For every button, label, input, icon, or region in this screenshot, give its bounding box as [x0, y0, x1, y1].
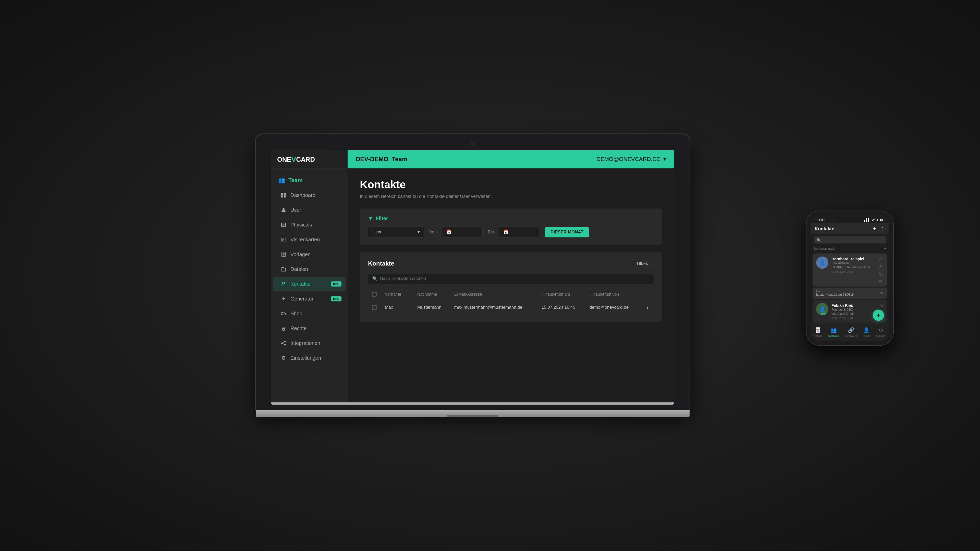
sidebar-item-label-physicals: Physicals [290, 222, 312, 228]
edit-icon[interactable]: ✎ [880, 291, 883, 295]
header-user[interactable]: DEMO@ONEVCARD.DE ▾ [588, 156, 674, 162]
laptop-hinge [271, 402, 674, 405]
page-subtitle: In diesem Bereich kannst du die Kontakte… [360, 194, 662, 199]
physicals-icon [280, 221, 287, 228]
phone-icon[interactable]: 📞 [878, 272, 883, 276]
contacts-table: Vorname ↑ Nachname E-Mail-Adresse [368, 289, 654, 315]
phone-more-icon[interactable]: ⋮ [880, 226, 885, 232]
main-content: Kontakte In diesem Bereich kannst du die… [348, 168, 674, 402]
col-email-label: E-Mail-Adresse [454, 292, 482, 297]
phone-note-label-1: Notiz: [816, 290, 855, 293]
phone-sort-bar: Sortieren nach ▾ [811, 246, 889, 252]
sidebar-item-label-generator: Generator [290, 296, 313, 302]
sidebar-item-label-user: User [290, 207, 301, 213]
sidebar-item-dashboard[interactable]: Dashboard [273, 188, 345, 202]
sort-icon: ↑ [404, 292, 405, 297]
phone-contact-info-2: Fabian Ripp Founder & CEO oneVcard GmbH … [832, 303, 877, 320]
sidebar-item-dateien[interactable]: Dateien [273, 262, 345, 276]
phone-contact-name-2: Fabian Ripp [832, 303, 877, 307]
bis-date-picker[interactable]: 📅 [499, 227, 540, 238]
sidebar-item-label-einstellungen: Einstellungen [290, 355, 321, 361]
help-button[interactable]: HILFE [632, 259, 654, 268]
einstellungen-icon: ⚙ [280, 354, 287, 361]
phone-contact-role-1: Einkaufsleiter [832, 262, 875, 265]
col-vorname: Vorname ↑ [381, 289, 413, 300]
laptop-bezel: ONEVCARD DEV-DEMO_Team DEMO@ONEVCARD.DE … [256, 134, 690, 410]
select-all-checkbox[interactable] [372, 292, 377, 297]
row-checkbox[interactable] [372, 305, 377, 310]
shop-icon: 🛍 [280, 310, 287, 317]
karten-nav-icon: 🃏 [815, 327, 821, 333]
select-chevron-icon: ▾ [417, 229, 420, 235]
app-body: 👥 Team Dashboard [271, 168, 674, 402]
phone-nav-karten[interactable]: 🃏 Karten [814, 327, 822, 337]
svg-point-15 [282, 282, 283, 284]
header-dropdown-icon: ▾ [663, 156, 666, 162]
phone-nav-account[interactable]: ⚙ Account [876, 327, 886, 337]
phone-nav-netzwerk[interactable]: 🔗 Netzwerk [845, 327, 857, 337]
phone-nav-team[interactable]: 👤 Team [863, 327, 870, 337]
sidebar-item-label-vorlagen: Vorlagen [290, 251, 310, 257]
von-date-picker[interactable]: 📅 [442, 227, 483, 238]
logo-card-text: CARD [296, 156, 315, 163]
phone-nav-kontakte[interactable]: 👥 Kontakte [828, 327, 839, 337]
filter-title-text: Filter [375, 216, 388, 221]
logo-one-text: ONE [277, 156, 291, 163]
phone-card-actions-1: ☆ ↗ 📞 ✉ [878, 257, 883, 284]
app-header: ONEVCARD DEV-DEMO_Team DEMO@ONEVCARD.DE … [271, 150, 674, 168]
sidebar-item-rechte[interactable]: Rechte [273, 321, 345, 335]
vcard-badge: VCARD [821, 313, 829, 315]
sidebar-item-user[interactable]: User [273, 203, 345, 217]
account-nav-icon: ⚙ [879, 327, 883, 333]
sidebar-item-label-integrationen: Integrationen [290, 340, 320, 346]
svg-point-4 [283, 208, 285, 210]
phone-contact-date-1: 07.08.2024 14:56 [832, 270, 875, 273]
search-input[interactable] [380, 276, 649, 281]
generator-icon: ✦ [280, 295, 287, 302]
phone-fab-button[interactable] [873, 310, 884, 321]
sidebar-item-visitenkarten[interactable]: Visitenkarten [273, 233, 345, 246]
phone-add-icon[interactable]: + [873, 226, 876, 232]
phone-search-bar[interactable]: 🔍 [814, 237, 886, 244]
svg-rect-1 [284, 193, 286, 195]
sidebar-item-shop[interactable]: 🛍 Shop [273, 306, 345, 321]
phone-contact-card-1[interactable]: 👤 Bernhard Beispiel Einkaufsleiter SAMPL… [813, 254, 887, 287]
star-icon-2[interactable]: ☆ [880, 303, 883, 308]
sidebar-item-physicals[interactable]: Physicals [273, 218, 345, 232]
cell-vorname: Max [381, 300, 413, 315]
sidebar-item-label-dateien: Dateien [290, 266, 308, 272]
filter-title: ▼ Filter [368, 216, 654, 221]
account-nav-label: Account [876, 334, 886, 337]
netzwerk-nav-icon: 🔗 [848, 327, 854, 333]
share-icon[interactable]: ↗ [878, 264, 883, 269]
netzwerk-nav-label: Netzwerk [845, 334, 857, 337]
row-actions-menu[interactable]: ⋮ [640, 300, 654, 315]
user-filter-select[interactable]: User ▾ [368, 227, 424, 238]
phone-notch [835, 215, 865, 222]
phone-avatar-1: 👤 [816, 257, 829, 269]
sidebar-item-generator[interactable]: ✦ Generator neu [273, 292, 345, 306]
star-icon[interactable]: ☆ [878, 257, 883, 262]
sidebar-item-vorlagen[interactable]: Vorlagen [273, 248, 345, 261]
phone-bezel: 21:57 ▌▌▌ WiFi ▮▮ Kontakte + ⋮ [807, 211, 893, 345]
email-icon[interactable]: ✉ [878, 279, 883, 284]
sort-label: Sortieren nach [814, 247, 835, 251]
search-bar: 🔍 [368, 273, 654, 284]
calendar-icon-2: 📅 [503, 229, 509, 235]
team-nav-icon: 👤 [863, 327, 870, 333]
table-row[interactable]: Max Mustermann max.mustermann@mustermann… [368, 300, 654, 315]
col-nachname-label: Nachname [417, 292, 437, 297]
sidebar-item-einstellungen[interactable]: ⚙ Einstellungen [273, 351, 345, 365]
col-nachname: Nachname [413, 289, 450, 300]
svg-rect-3 [284, 195, 286, 197]
dieser-monat-button[interactable]: DIESER MONAT [545, 227, 589, 237]
logo: ONEVCARD [277, 155, 315, 164]
svg-rect-5 [282, 223, 286, 227]
svg-point-21 [285, 344, 286, 345]
laptop-screen: ONEVCARD DEV-DEMO_Team DEMO@ONEVCARD.DE … [271, 150, 674, 402]
sidebar-item-integrationen[interactable]: Integrationen [273, 336, 345, 350]
sidebar-item-label-kontakte: Kontakte [290, 281, 310, 287]
scene: ONEVCARD DEV-DEMO_Team DEMO@ONEVCARD.DE … [0, 0, 980, 551]
sidebar-item-kontakte[interactable]: Kontakte neu [273, 277, 345, 291]
col-hinzugefuegt-am-label: Hinzugefügt am [542, 292, 570, 297]
